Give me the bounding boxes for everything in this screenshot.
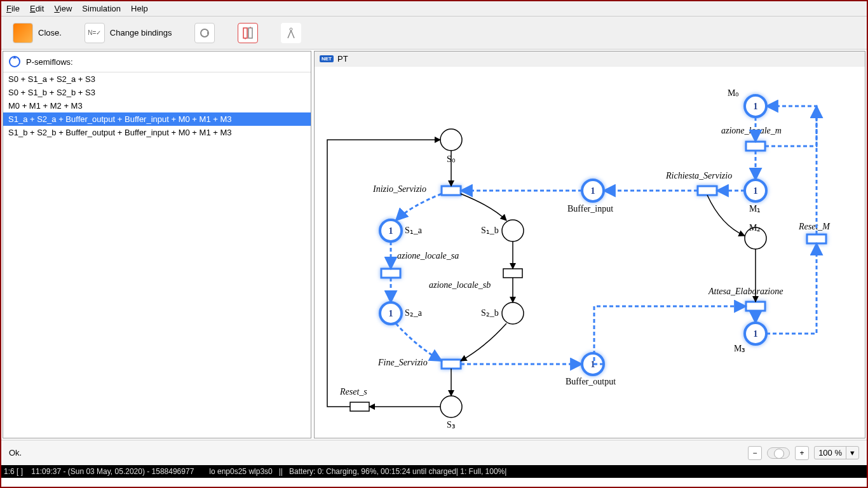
bindings-icon: N=✓: [85, 23, 105, 43]
svg-text:azione_locale_m: azione_locale_m: [721, 126, 782, 135]
net-canvas[interactable]: S₀ 1S₁_a S₁_b 1S₂_a S₂_b S₃ 1Buffer_inpu…: [315, 67, 865, 438]
svg-text:Richiesta_Servizio: Richiesta_Servizio: [665, 171, 732, 180]
zoom-select[interactable]: 100 % ▾: [814, 446, 859, 459]
svg-text:Buffer_output: Buffer_output: [566, 377, 616, 386]
zoom-value: 100 %: [815, 447, 846, 459]
semiflows-panel: P-semiflows: S0 + S1_a + S2_a + S3 S0 + …: [3, 51, 311, 438]
panel-header: P-semiflows:: [3, 51, 311, 72]
petri-net-svg: S₀ 1S₁_a S₁_b 1S₂_a S₂_b S₃ 1Buffer_inpu…: [315, 67, 848, 435]
svg-text:M₁: M₁: [749, 204, 761, 214]
semiflow-icon: [7, 54, 22, 69]
net-titlebar: NET PT: [315, 51, 865, 67]
panel-title: P-semiflows:: [26, 57, 73, 67]
svg-text:Inizio_Servizio: Inizio_Servizio: [372, 184, 426, 194]
chevron-down-icon: ▾: [846, 447, 858, 459]
svg-rect-40: [503, 269, 522, 278]
zoom-out-button[interactable]: −: [748, 446, 762, 460]
change-bindings-button[interactable]: N=✓ Change bindings: [81, 20, 176, 46]
svg-rect-52: [807, 234, 826, 243]
svg-rect-36: [442, 186, 461, 195]
tool-button-3[interactable]: [277, 20, 305, 46]
change-bindings-label: Change bindings: [110, 28, 172, 37]
svg-text:S₃: S₃: [447, 420, 456, 430]
list-item[interactable]: S0 + S1_b + S2_b + S3: [3, 86, 311, 99]
svg-text:Buffer_input: Buffer_input: [567, 204, 613, 214]
svg-text:S₂_a: S₂_a: [405, 308, 423, 318]
list-item[interactable]: S0 + S1_a + S2_a + S3: [3, 72, 311, 86]
zoom-controls: − + 100 % ▾: [748, 446, 859, 460]
svg-text:1: 1: [591, 186, 595, 196]
menu-simulation[interactable]: Simulation: [82, 4, 121, 13]
svg-text:M₃: M₃: [734, 344, 745, 353]
net-title: PT: [337, 54, 348, 64]
svg-rect-38: [381, 269, 400, 278]
list-item[interactable]: S1_a + S2_a + Buffer_output + Buffer_inp…: [3, 112, 311, 126]
svg-text:S₁_b: S₁_b: [481, 226, 499, 235]
close-button[interactable]: Close.: [9, 20, 65, 46]
toolbar: Close. N=✓ Change bindings: [1, 17, 867, 50]
status-text: Ok.: [9, 448, 22, 458]
svg-rect-42: [442, 360, 461, 369]
net-type-icon: NET: [320, 55, 334, 62]
svg-text:M₀: M₀: [728, 88, 739, 98]
zoom-toggle[interactable]: [767, 447, 790, 459]
swap-icon: [238, 23, 258, 43]
svg-point-3: [290, 28, 292, 30]
menu-help[interactable]: Help: [131, 4, 148, 13]
svg-text:Reset_s: Reset_s: [339, 387, 367, 396]
system-mid: lo enp0s25 wlp3s0 || Battery: 0: Chargin…: [209, 467, 506, 476]
svg-point-17: [440, 396, 462, 417]
tool-button-2[interactable]: [234, 20, 262, 46]
svg-text:azione_locale_sa: azione_locale_sa: [397, 251, 459, 261]
svg-point-15: [502, 302, 524, 324]
statusbar: Ok. − + 100 % ▾: [1, 440, 867, 465]
menu-view[interactable]: View: [54, 4, 72, 13]
list-item[interactable]: M0 + M1 + M2 + M3: [3, 99, 311, 112]
svg-text:Fine_Servizio: Fine_Servizio: [377, 358, 428, 367]
svg-rect-1: [243, 28, 247, 38]
svg-text:azione_locale_sb: azione_locale_sb: [429, 280, 491, 290]
system-bar: 1:6 [ ] 11:09:37 - (Sun 03 May, 05.2020)…: [1, 465, 867, 478]
svg-text:1: 1: [754, 329, 758, 339]
svg-text:S₁_a: S₁_a: [405, 226, 423, 235]
menubar: File Edit View Simulation Help: [1, 1, 867, 17]
net-panel: NET PT S₀ 1S₁_a S₁_b 1S₂_a S₂_b S₃ 1Buff…: [314, 51, 865, 438]
semiflow-list: S0 + S1_a + S2_a + S3 S0 + S1_b + S2_b +…: [3, 72, 311, 438]
svg-rect-50: [746, 302, 765, 311]
svg-text:S₂_b: S₂_b: [481, 308, 499, 318]
svg-text:Attesa_Elaborazione: Attesa_Elaborazione: [708, 287, 783, 296]
main-area: P-semiflows: S0 + S1_a + S2_a + S3 S0 + …: [1, 50, 867, 440]
refresh-icon: [194, 23, 215, 43]
svg-text:Reset_M: Reset_M: [798, 222, 831, 231]
svg-text:1: 1: [754, 102, 758, 111]
tool-button-1[interactable]: [191, 20, 219, 46]
system-left: 1:6 [ ] 11:09:37 - (Sun 03 May, 05.2020)…: [4, 467, 194, 476]
svg-text:1: 1: [754, 186, 758, 196]
list-item[interactable]: S1_b + S2_b + Buffer_output + Buffer_inp…: [3, 126, 311, 139]
menu-edit[interactable]: Edit: [30, 4, 44, 13]
menu-file[interactable]: File: [6, 4, 20, 13]
svg-point-10: [502, 220, 524, 241]
svg-rect-2: [248, 28, 252, 38]
close-icon: [13, 23, 33, 43]
svg-point-5: [440, 129, 462, 151]
svg-rect-44: [350, 402, 369, 411]
svg-rect-48: [698, 186, 717, 195]
svg-text:1: 1: [389, 309, 393, 318]
svg-text:M₂: M₂: [749, 223, 761, 233]
svg-rect-46: [746, 142, 765, 151]
zoom-in-button[interactable]: +: [795, 446, 809, 460]
compass-icon: [281, 23, 301, 43]
close-label: Close.: [38, 28, 62, 37]
svg-text:1: 1: [389, 226, 393, 236]
